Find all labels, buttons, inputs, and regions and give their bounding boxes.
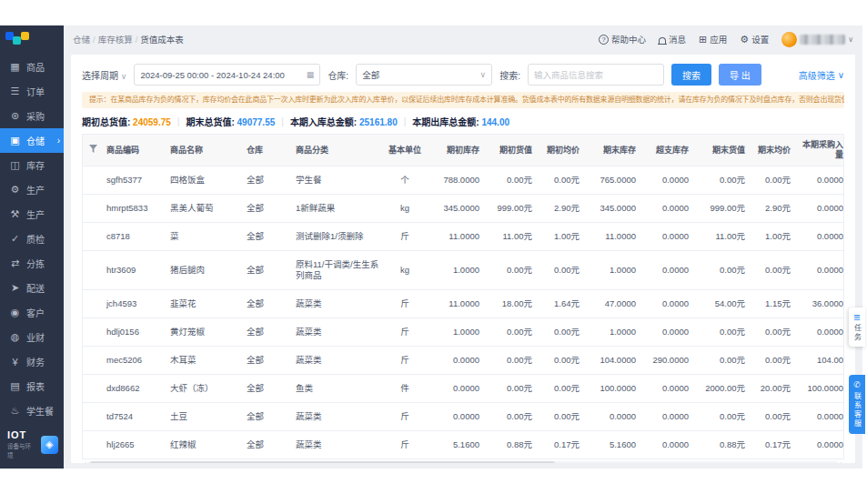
table-row: mec5206木耳菜全部蔬菜类斤0.00000.00元0.00元104.0000… <box>83 347 844 375</box>
scroll-right-icon[interactable]: › <box>840 459 842 464</box>
table-cell: 104.00 <box>794 347 844 375</box>
apps-button[interactable]: ⊞ 应用 <box>699 33 727 45</box>
chevron-down-icon: ∨ <box>121 72 127 81</box>
settings-button[interactable]: ⚙ 设置 <box>740 33 769 45</box>
production-icon: ⚙ <box>9 184 21 196</box>
sidebar-item-订单[interactable]: ☰订单 <box>0 79 64 104</box>
table-cell: 个 <box>383 166 427 195</box>
table-row: htr3609猪后腿肉全部原料11/干调类/生生系列商品kg1.00000.00… <box>83 251 844 290</box>
row-spacer-cell <box>83 290 103 318</box>
sidebar-item-label: 仓储 <box>26 134 45 147</box>
sidebar-item-客户[interactable]: ◉客户 <box>0 300 64 325</box>
row-spacer-cell <box>83 375 103 403</box>
table-cell: 鱼类 <box>292 375 383 403</box>
sidebar-item-库存[interactable]: ◫库存 <box>0 153 64 177</box>
purchase-icon: ⊛ <box>9 110 21 122</box>
user-menu[interactable]: ∨ <box>781 32 853 47</box>
table-cell: 0.00元 <box>749 347 794 375</box>
table-cell: 0.0000 <box>640 223 692 251</box>
task-panel-tab[interactable]: ≣ 任务 <box>849 307 865 347</box>
warehouse-value: 全部 <box>362 68 379 81</box>
export-button[interactable]: 导 出 <box>719 64 761 86</box>
summary-item: 期末总货值: 49077.55 <box>186 115 275 128</box>
table-cell: 原料11/干调类/生生系列商品 <box>292 251 383 290</box>
advanced-filter-link[interactable]: 高级筛选 ∨ <box>799 68 844 82</box>
breadcrumb-item[interactable]: 仓储 <box>73 35 90 45</box>
date-range-input[interactable]: 2024-09-25 00:00 - 2024-10-24 24:00 ▦ <box>134 64 320 86</box>
table-cell: 0.0000 <box>640 166 692 195</box>
table-cell: 蔬菜类 <box>292 318 383 347</box>
business-finance-icon: ◍ <box>9 331 21 343</box>
sidebar-iot-entry[interactable]: IOT 设备与环境 ◈ <box>0 422 64 469</box>
filter-column-header[interactable] <box>83 135 103 166</box>
period-label: 选择周期 <box>82 71 118 81</box>
table-cell: jch4593 <box>103 290 166 318</box>
scrollbar-thumb[interactable] <box>90 461 555 463</box>
sidebar-item-label: 订单 <box>26 85 45 98</box>
sidebar: ▦商品☰订单⊛采购▣仓储›◫库存⚙生产⚒生产✓质检⇄分拣➤配送◉客户◍业财¥财务… <box>0 25 64 469</box>
table-cell: dxd8662 <box>103 375 166 403</box>
sidebar-item-业财[interactable]: ◍业财 <box>0 325 64 349</box>
table-cell: 18.00元 <box>483 290 536 318</box>
table-cell: 四格饭盒 <box>166 166 243 195</box>
cost-table-wrap: 商品编码商品名称仓库商品分类基本单位期初库存期初货值期初均价期末库存超支库存期末… <box>82 134 844 459</box>
table-cell: 1.0000 <box>427 318 483 347</box>
table-cell: 0.0000 <box>427 347 483 375</box>
sidebar-item-学生餐[interactable]: ♨学生餐 <box>0 398 64 422</box>
scroll-left-icon[interactable]: ‹ <box>84 459 86 464</box>
table-cell: 斤 <box>383 403 427 431</box>
help-center-button[interactable]: ? 帮助中心 <box>599 33 646 45</box>
sidebar-item-生产[interactable]: ⚒生产 <box>0 202 64 227</box>
column-header-期末货值: 期末货值 <box>692 135 749 166</box>
table-cell: 100.0000 <box>794 375 844 403</box>
search-input[interactable] <box>534 70 658 80</box>
sidebar-item-分拣[interactable]: ⇄分拣 <box>0 251 64 276</box>
table-cell: 2.90元 <box>749 195 794 223</box>
table-cell: 全部 <box>243 347 292 375</box>
table-cell: 0.00元 <box>692 347 749 375</box>
table-cell: 黄灯笼椒 <box>166 318 243 347</box>
table-cell: 54.00元 <box>692 290 749 318</box>
column-header-期末库存: 期末库存 <box>583 135 640 166</box>
search-label: 搜索: <box>499 68 520 82</box>
row-spacer-cell <box>83 195 103 223</box>
period-select[interactable]: 选择周期 ∨ <box>82 68 126 82</box>
horizontal-scrollbar[interactable]: ‹ › <box>82 459 844 463</box>
table-cell: 0.00元 <box>692 251 749 290</box>
table-cell: 11.0000 <box>583 223 640 251</box>
scrollbar-track[interactable] <box>88 461 838 463</box>
table-cell: 件 <box>383 375 427 403</box>
table-cell: c8718 <box>103 223 166 251</box>
sidebar-item-label: 学生餐 <box>26 404 54 418</box>
sidebar-item-商品[interactable]: ▦商品 <box>0 55 64 79</box>
breadcrumb: 仓储/库存核算/货值成本表 <box>73 33 184 45</box>
table-cell: hdlj0156 <box>103 318 166 347</box>
table-cell: 蔬菜类 <box>292 403 383 431</box>
sidebar-item-质检[interactable]: ✓质检 <box>0 227 64 251</box>
sidebar-item-label: 业财 <box>26 330 45 344</box>
summary-item: 本期出库总金额: 144.00 <box>412 115 509 128</box>
contact-support-tab[interactable]: ✆ 联系客服 <box>849 375 865 434</box>
task-list-icon: ≣ <box>853 312 861 322</box>
messages-button[interactable]: 消息 <box>659 33 686 45</box>
sidebar-item-报表[interactable]: ▤报表 <box>0 374 64 398</box>
breadcrumb-separator: / <box>93 35 96 45</box>
breadcrumb-item[interactable]: 库存核算 <box>98 35 133 45</box>
table-cell: 0.00元 <box>536 375 583 403</box>
warehouse-label: 仓库: <box>328 68 348 82</box>
table-row: hdlj0156黄灯笼椒全部蔬菜类斤1.00000.00元0.00元1.0000… <box>83 318 844 347</box>
sidebar-item-财务[interactable]: ¥财务 <box>0 349 64 374</box>
sidebar-item-采购[interactable]: ⊛采购 <box>0 104 64 128</box>
warehouse-select[interactable]: 全部 ∨ <box>356 64 492 86</box>
search-button[interactable]: 搜索 <box>671 64 711 86</box>
sidebar-item-配送[interactable]: ➤配送 <box>0 276 64 300</box>
sidebar-item-生产[interactable]: ⚙生产 <box>0 177 64 202</box>
summary-label: 期初总货值: <box>82 117 133 127</box>
table-cell: 土豆 <box>166 403 243 431</box>
table-header-row: 商品编码商品名称仓库商品分类基本单位期初库存期初货值期初均价期末库存超支库存期末… <box>83 135 844 166</box>
production-2-icon: ⚒ <box>9 208 21 220</box>
sidebar-item-仓储[interactable]: ▣仓储› <box>0 128 64 153</box>
quality-check-icon: ✓ <box>9 233 21 245</box>
table-cell: 0.00元 <box>692 318 749 347</box>
app-logo[interactable] <box>0 25 64 51</box>
